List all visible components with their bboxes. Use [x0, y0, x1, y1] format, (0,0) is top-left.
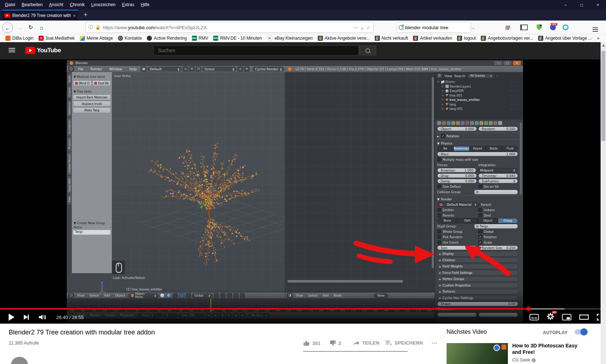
bookmark-item[interactable]: Kontakte [115, 36, 144, 41]
save-button[interactable]: SPEICHERN [385, 339, 423, 346]
bookmark-item[interactable]: logout [454, 36, 478, 41]
url-bar[interactable]: ⓘ 🔒 https://www.youtube.com/watch?v=4PEs… [85, 22, 374, 33]
bookmark-item[interactable]: Aktive Angebote verw... [315, 36, 372, 41]
window-close-button[interactable]: × [590, 0, 606, 10]
prop-tab-object[interactable]: Object [478, 218, 498, 223]
prop-tab-no[interactable]: No [437, 146, 453, 151]
browser-search-box[interactable]: + → [396, 22, 471, 33]
property-context-icon[interactable] [484, 121, 488, 125]
play-button[interactable] [9, 314, 14, 321]
menu-item[interactable]: Chronik [67, 2, 87, 8]
bookmark-item[interactable]: Angebot über Vorlage ... [536, 36, 594, 41]
prop-default-material[interactable]: Default Material⇕ [437, 202, 479, 207]
menu-item[interactable]: Bearbeiten [19, 2, 45, 8]
outliner-item[interactable]: ⊙EasyHDR◦ ◦ ◦ [435, 89, 523, 93]
property-context-icon[interactable] [447, 121, 451, 125]
search-go-icon[interactable]: → [470, 25, 475, 30]
prop-rotation[interactable]: ✓Rotation [478, 235, 518, 239]
prop-tab-newtonian[interactable]: Newtonian [453, 146, 470, 151]
progress-bar[interactable] [0, 308, 601, 310]
property-context-icon[interactable] [479, 121, 483, 125]
outliner-item[interactable]: ⊙twig◦ ◦ ◦ [435, 102, 523, 107]
back-icon[interactable]: ← [2, 22, 13, 33]
prop-multiply-mass-with-size[interactable]: Multiply mass with size [437, 157, 518, 162]
prop-emitter[interactable]: Emitter [437, 208, 477, 212]
window-minimize-button[interactable]: − [557, 0, 574, 10]
youtube-logo[interactable]: YouTube [25, 47, 61, 54]
prop-damp-[interactable]: ‹Damp:0.000› [437, 179, 477, 183]
prop-whole-group[interactable]: Whole Group [437, 229, 477, 234]
theater-mode-icon[interactable] [579, 314, 589, 320]
bookmark-item[interactable]: RMV [189, 36, 211, 41]
subtitles-icon[interactable] [530, 314, 539, 320]
property-context-icon[interactable] [461, 121, 465, 125]
next-video-title[interactable]: How to 3D Photoscan Easy and Free! [512, 342, 581, 355]
outliner-item[interactable]: ⊙Scene◦ ◦ ◦ [435, 80, 523, 84]
prop-drag-[interactable]: ‹Drag:0.000› [437, 173, 477, 178]
property-context-icon[interactable] [470, 121, 474, 125]
property-context-icon[interactable] [475, 121, 479, 125]
outliner-item[interactable]: ⊙tree_leaves_emitter◦ ◦ ◦ [435, 98, 523, 102]
prop-collision-group-[interactable]: Collision Group: [437, 190, 518, 194]
miniplayer-icon[interactable] [562, 314, 571, 320]
next-video-thumbnail[interactable] [447, 343, 508, 364]
outliner-item[interactable]: ⊙RenderLayers◦ ◦ ◦ [435, 84, 523, 89]
next-button[interactable] [24, 315, 29, 320]
prop-global[interactable]: Global [478, 229, 518, 234]
bookmark-item[interactable]: Active Rendering [144, 36, 189, 41]
browser-search-input[interactable] [405, 25, 469, 30]
autoplay-toggle[interactable] [575, 329, 587, 334]
bookmark-item[interactable]: 3sat.Mediathek [36, 36, 77, 41]
share-button[interactable]: TEILEN [353, 339, 379, 346]
menu-item[interactable]: Hilfe [138, 2, 152, 8]
property-context-icon[interactable] [465, 121, 469, 125]
property-context-icon[interactable] [489, 121, 493, 125]
property-context-icon[interactable] [437, 121, 441, 125]
prop-timestep-[interactable]: ‹Timestep:0.040› [478, 173, 518, 178]
guide-menu-icon[interactable] [9, 48, 15, 52]
outliner-item[interactable]: ⊙tree.001◦ ◦ ◦ [435, 93, 523, 98]
prop-size-deflect[interactable]: Size Deflect [437, 184, 477, 189]
property-context-icon[interactable] [498, 121, 502, 125]
adblock-shield-icon[interactable]: ∞ [535, 23, 544, 31]
site-info-icon[interactable]: ⓘ [88, 24, 93, 31]
bookmark-item[interactable]: Angebotsvorlagen ver... [478, 36, 536, 41]
scroll-up-icon[interactable] [602, 44, 605, 46]
prop-tab-keyed[interactable]: Keyed [470, 146, 486, 151]
prop-dupli-group-[interactable]: Dupli Group:Twigs [437, 224, 518, 228]
prop-subframes-[interactable]: ‹Subframes:0› [478, 179, 518, 183]
prop-scale[interactable]: ✓Scale [478, 240, 518, 245]
scrollbar-thumb[interactable] [601, 51, 605, 141]
home-icon[interactable]: ⌂ [37, 23, 46, 32]
prop-brownian-[interactable]: ‹Brownian:1.000› [437, 168, 476, 173]
bookmark-star-icon[interactable]: ☆ [366, 25, 370, 30]
bookmark-item[interactable]: Meine Ablage [77, 36, 115, 41]
prop-died[interactable]: Died [478, 213, 518, 218]
menu-item[interactable]: Extras [119, 2, 137, 8]
prop-tabs[interactable]: NoNewtonianKeyedBoidsFluid [437, 146, 518, 151]
bookmark-item[interactable]: Nicht verkauft [372, 36, 410, 41]
browser-menu-icon[interactable] [591, 26, 600, 34]
menu-item[interactable]: Lesezeichen [88, 2, 118, 8]
window-maximize-button[interactable]: □ [574, 0, 590, 10]
video-player[interactable]: Blender − □ × ⓘ FileRenderWindowHelp ▦ D… [0, 59, 601, 324]
outliner-item[interactable]: ⊙twig.001◦ ◦ ◦ [435, 107, 523, 111]
menu-item[interactable]: Datei [2, 2, 18, 8]
forward-icon[interactable]: → [15, 23, 25, 32]
prop-mass-[interactable]: ‹Mass:1.000› [437, 152, 518, 156]
prop-physics[interactable]: ▼Physics [437, 141, 518, 146]
property-context-icon[interactable] [456, 121, 460, 125]
prop-unborn[interactable]: Unborn [478, 208, 518, 212]
pocket-icon[interactable]: ⌄ [360, 25, 364, 30]
prop-size-[interactable]: ‹Size:0.100› [437, 245, 477, 250]
tab-close-icon[interactable]: × [73, 13, 76, 18]
fullscreen-icon[interactable] [597, 314, 604, 321]
volume-icon[interactable] [38, 314, 47, 321]
prop-tab-boids[interactable]: Boids [486, 146, 502, 151]
library-icon[interactable]: |||\ [504, 23, 512, 31]
browser-tab[interactable]: Blender2 79 Tree creation with × [2, 10, 78, 21]
prop-tabs[interactable]: NonePathObjectGroup [437, 218, 518, 223]
prop-rotation[interactable]: ►✓Rotation [437, 134, 518, 138]
prop-die-on-hit[interactable]: Die on hit [478, 184, 518, 189]
off-extension-icon[interactable]: OFF [549, 23, 557, 31]
